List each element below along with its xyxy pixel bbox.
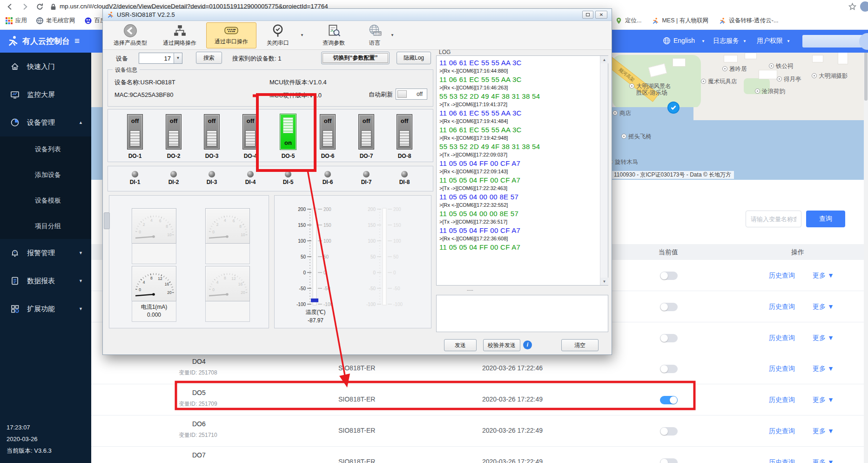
- sidebar-item-设备管理[interactable]: 设备管理▲: [0, 109, 91, 136]
- hide-log-button[interactable]: 隐藏Log: [397, 52, 431, 64]
- row-update-time: 2020-03-26 17:22:49: [482, 427, 543, 434]
- toolbar-button-查询参数[interactable]: 查询参数: [313, 22, 354, 48]
- browser-forward-icon[interactable]: [20, 2, 29, 11]
- map-poi-text: 商店: [619, 110, 631, 116]
- variable-search-input[interactable]: [746, 211, 801, 227]
- query-button[interactable]: 查询: [806, 211, 845, 227]
- history-query-link[interactable]: 历史查询: [769, 303, 795, 311]
- do-switch-DO-3[interactable]: off: [204, 114, 220, 150]
- window-minimize-button[interactable]: [582, 11, 593, 19]
- hamburger-menu-icon[interactable]: ≡: [74, 36, 80, 46]
- usr-runner-icon: [652, 17, 659, 25]
- sidebar-item-报警管理[interactable]: 报警管理▼: [0, 239, 91, 267]
- toolbar-button-关闭串口[interactable]: 关闭串口: [258, 22, 297, 48]
- more-actions-link[interactable]: 更多 ▼: [813, 458, 834, 463]
- chevron-down-icon[interactable]: ▼: [300, 33, 304, 37]
- do-switch-DO-2[interactable]: off: [166, 114, 182, 150]
- sidebar-subitem-项目分组[interactable]: 项目分组: [0, 213, 91, 239]
- info-icon[interactable]: i: [523, 340, 532, 349]
- more-actions-link[interactable]: 更多 ▼: [813, 334, 834, 342]
- window-titlebar[interactable]: USR-SIO818T V2.2.5: [103, 9, 612, 21]
- browser-back-icon[interactable]: [6, 2, 14, 11]
- do-switch-DO-6[interactable]: off: [320, 114, 336, 150]
- svg-text:16: 16: [238, 282, 243, 286]
- more-actions-link[interactable]: 更多 ▼: [813, 272, 834, 280]
- bookmark-item[interactable]: MES | 有人物联网: [652, 17, 708, 25]
- search-device-button[interactable]: 搜索: [196, 52, 222, 64]
- more-actions-link[interactable]: 更多 ▼: [813, 427, 834, 436]
- bookmark-item[interactable]: 设备转移-透传云-...: [719, 17, 778, 25]
- row-value-toggle[interactable]: [660, 334, 678, 342]
- log-scrollbar-thumb[interactable]: [104, 212, 110, 229]
- toolbar-button-选择产品类型[interactable]: 选择产品类型: [108, 22, 153, 48]
- sidebar-item-快速入门[interactable]: 快速入门: [0, 53, 91, 81]
- log-list[interactable]: 11 06 61 EC 55 55 AA 3C>[Rx <-][COM6][17…: [436, 55, 608, 286]
- history-query-link[interactable]: 历史查询: [769, 365, 795, 373]
- row-value-toggle[interactable]: [660, 272, 678, 280]
- auto-refresh-state: off: [417, 91, 423, 97]
- row-value-toggle[interactable]: [660, 427, 678, 436]
- column-header-current-value: 当前值: [659, 244, 678, 260]
- sidebar-item-数据报表[interactable]: 数据报表▼: [0, 267, 91, 295]
- more-actions-link[interactable]: 更多 ▼: [813, 365, 834, 373]
- scroll-up-icon[interactable]: ▲: [600, 56, 608, 63]
- table-row-DO7: DO7变量ID: 251711SIO818T-ER2020-03-26 17:2…: [91, 447, 864, 463]
- map-marker[interactable]: [667, 102, 680, 114]
- send-button[interactable]: 发送: [444, 339, 477, 351]
- log-send-input[interactable]: [436, 295, 608, 332]
- menu-log-service[interactable]: 日志服务: [713, 37, 739, 45]
- row-device-model: SIO818T-ER: [338, 458, 375, 463]
- chevron-down-icon[interactable]: ▼: [390, 33, 394, 37]
- log-meta-line: >[Tx ->][COM6][17:22:32:463]: [439, 185, 605, 192]
- sidebar-subitem-设备列表[interactable]: 设备列表: [0, 136, 91, 162]
- do-switch-DO-7[interactable]: off: [358, 114, 374, 150]
- toolbar-button-通过网络操作[interactable]: 通过网络操作: [155, 22, 204, 48]
- map-poi-text: 魔术玩具店: [708, 78, 737, 85]
- svg-text:-100: -100: [323, 302, 333, 307]
- toolbar-button-通过串口操作[interactable]: 通过串口操作: [206, 22, 256, 48]
- serial-port-icon: [224, 25, 239, 36]
- svg-text:50: 50: [370, 254, 376, 259]
- row-value-toggle[interactable]: [660, 365, 678, 373]
- do-switch-DO-4[interactable]: off: [242, 114, 258, 150]
- combobox-dropdown-icon[interactable]: ▼: [174, 53, 182, 63]
- more-actions-link[interactable]: 更多 ▼: [813, 303, 834, 311]
- sidebar-item-监控大屏[interactable]: 监控大屏: [0, 81, 91, 109]
- device-number-combobox[interactable]: 17 ▼: [139, 53, 182, 64]
- do-switch-DO-8[interactable]: off: [397, 114, 412, 150]
- history-query-link[interactable]: 历史查询: [769, 334, 795, 342]
- sidebar-subitem-添加设备[interactable]: 添加设备: [0, 162, 91, 188]
- bookmark-item[interactable]: 老毛桃官网: [36, 17, 75, 25]
- history-query-link[interactable]: 历史查询: [769, 427, 795, 436]
- history-query-link[interactable]: 历史查询: [769, 396, 795, 404]
- browser-reload-icon[interactable]: [35, 2, 44, 11]
- send-with-checksum-button[interactable]: 校验并发送: [483, 339, 520, 351]
- history-query-link[interactable]: 历史查询: [769, 272, 795, 280]
- sidebar-item-扩展功能[interactable]: 扩展功能▼: [0, 295, 91, 323]
- svg-text:150: 150: [298, 223, 306, 228]
- window-close-button[interactable]: ✕: [595, 11, 607, 19]
- row-value-toggle[interactable]: [660, 458, 678, 463]
- auto-refresh-toggle[interactable]: off: [396, 89, 427, 100]
- history-query-link[interactable]: 历史查询: [769, 458, 795, 463]
- row-value-toggle[interactable]: [660, 303, 678, 311]
- bookmark-item[interactable]: 定位...: [615, 17, 641, 25]
- toolbar-button-语言[interactable]: ABC语言: [362, 22, 388, 48]
- language-selector[interactable]: English: [673, 37, 695, 44]
- scroll-down-icon[interactable]: ▼: [600, 278, 608, 285]
- row-value-toggle[interactable]: [660, 396, 678, 404]
- switch-to-param-config-button[interactable]: 切换到“参数配置”: [321, 52, 390, 64]
- bookmark-star-icon[interactable]: [848, 2, 857, 11]
- menu-user-permission[interactable]: 用户权限: [757, 37, 783, 45]
- bookmark-item[interactable]: 应用: [6, 17, 27, 25]
- more-actions-link[interactable]: 更多 ▼: [813, 396, 834, 404]
- sidebar-subitem-设备模板[interactable]: 设备模板: [0, 188, 91, 213]
- do-switch-DO-5[interactable]: on: [280, 114, 296, 150]
- toolbar-button-label: 关闭串口: [267, 39, 289, 47]
- toggle-knob: [660, 428, 668, 435]
- log-scrollbar[interactable]: ▲ ▼: [600, 56, 608, 285]
- browser-profile-avatar[interactable]: [860, 1, 868, 12]
- map-poi-icon: [777, 76, 782, 82]
- do-switch-DO-1[interactable]: off: [127, 114, 143, 150]
- clear-log-button[interactable]: 清空: [561, 339, 599, 351]
